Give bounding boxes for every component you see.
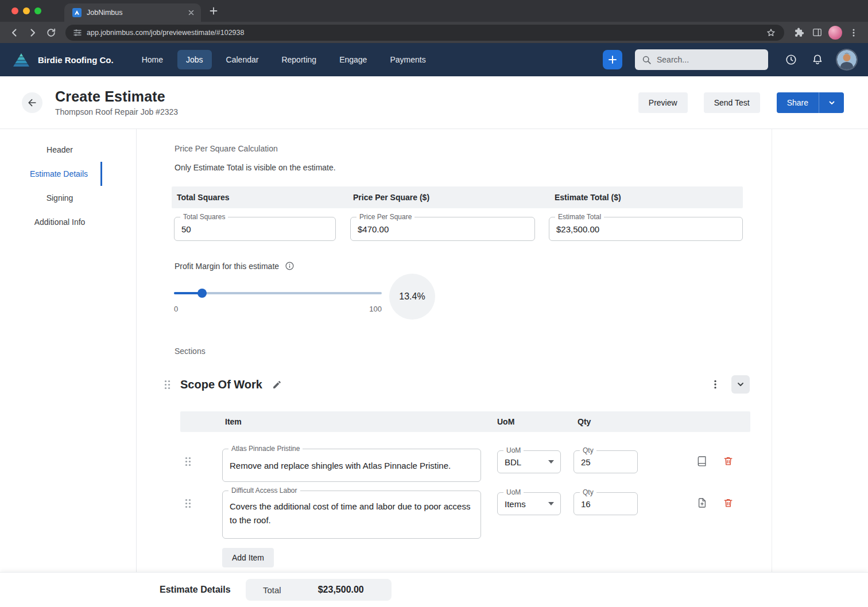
item-drag-handle-icon[interactable]	[185, 457, 191, 466]
items-col-item: Item	[225, 411, 242, 432]
edit-pencil-icon[interactable]	[272, 380, 282, 390]
item-description-text[interactable]: Covers the additional cost of time and l…	[223, 491, 480, 536]
app-header: Birdie Roofing Co. Home Jobs Calendar Re…	[0, 43, 868, 76]
address-bar[interactable]: app.jobnimbus.com/job/previewestimate/#1…	[65, 25, 784, 41]
share-button[interactable]: Share	[777, 92, 819, 113]
profit-margin-label: Profit Margin for this estimate	[175, 262, 279, 271]
item-description-field[interactable]: Atlas Pinnacle Pristine Remove and repla…	[222, 449, 481, 482]
note-add-icon[interactable]	[696, 497, 708, 509]
browser-tab[interactable]: JobNimbus	[64, 3, 201, 22]
slider-min-label: 0	[174, 305, 178, 313]
chevron-down-icon	[548, 502, 554, 505]
main-nav: Home Jobs Calendar Reporting Engage Paym…	[133, 50, 435, 69]
calc-col-price-per-square: Price Per Square ($)	[353, 186, 429, 208]
uom-select-value[interactable]: BDL	[505, 457, 521, 467]
section-title: Scope Of Work	[180, 378, 262, 391]
total-squares-field[interactable]: Total Squares 50	[174, 217, 336, 241]
uom-select[interactable]: UoM BDL	[497, 450, 561, 473]
tab-close-icon[interactable]	[187, 9, 195, 17]
send-test-button[interactable]: Send Test	[704, 92, 760, 113]
window-minimize-button[interactable]	[23, 7, 30, 14]
item-description-field[interactable]: Difficult Access Labor Covers the additi…	[222, 491, 481, 539]
info-icon[interactable]	[285, 261, 294, 271]
share-dropdown-button[interactable]	[819, 92, 844, 113]
tab-title: JobNimbus	[87, 9, 182, 17]
total-squares-label: Total Squares	[180, 213, 228, 221]
sidebar-item-signing[interactable]: Signing	[17, 186, 102, 210]
browser-profile-avatar[interactable]	[827, 24, 844, 41]
browser-chrome: JobNimbus app.jobnimbus.com/job/previewe…	[0, 0, 868, 43]
notifications-bell-icon[interactable]	[807, 49, 828, 70]
calc-col-total-squares: Total Squares	[177, 186, 230, 208]
footer-total-value: $23,500.00	[318, 585, 364, 595]
item-name-label: Difficult Access Labor	[228, 487, 300, 495]
page-back-button[interactable]	[22, 92, 42, 113]
calc-col-estimate-total: Estimate Total ($)	[555, 186, 621, 208]
calc-column-headers: Total Squares Price Per Square ($) Estim…	[172, 186, 743, 208]
company-name: Birdie Roofing Co.	[38, 55, 114, 65]
nav-item-reporting[interactable]: Reporting	[273, 50, 325, 69]
share-split-button: Share	[777, 92, 844, 113]
profit-slider-handle[interactable]	[197, 289, 207, 298]
qty-field[interactable]: Qty 25	[574, 450, 638, 473]
sidebar-item-header[interactable]: Header	[17, 138, 102, 162]
reload-button[interactable]	[42, 24, 60, 41]
window-controls	[0, 0, 49, 22]
bookmark-star-icon[interactable]	[766, 28, 776, 38]
uom-select[interactable]: UoM Items	[497, 492, 561, 515]
back-button[interactable]	[6, 24, 23, 41]
search-input[interactable]: Search...	[635, 49, 768, 70]
footer-total-pill: Total $23,500.00	[246, 579, 392, 601]
user-avatar[interactable]	[837, 50, 857, 69]
profit-margin-slider[interactable]	[174, 289, 382, 298]
company-logo-icon[interactable]	[13, 53, 30, 67]
new-tab-button[interactable]	[201, 0, 226, 22]
calc-note: Only Estimate Total is visible on the es…	[175, 163, 336, 172]
estimate-total-value[interactable]: $23,500.00	[549, 217, 742, 240]
price-per-square-value[interactable]: $470.00	[351, 217, 534, 240]
section-drag-handle-icon[interactable]	[164, 380, 170, 390]
nav-item-calendar[interactable]: Calendar	[218, 50, 268, 69]
nav-item-jobs[interactable]: Jobs	[177, 50, 212, 69]
quick-add-button[interactable]	[603, 50, 622, 69]
estimate-total-field[interactable]: Estimate Total $23,500.00	[549, 217, 743, 241]
items-col-qty: Qty	[578, 411, 591, 432]
item-drag-handle-icon[interactable]	[185, 499, 191, 508]
qty-field[interactable]: Qty 16	[574, 492, 638, 515]
sidebar-item-additional-info[interactable]: Additional Info	[17, 210, 102, 234]
items-column-headers: Item UoM Qty	[180, 411, 750, 432]
add-item-button[interactable]: Add Item	[222, 548, 274, 567]
footer-title: Estimate Details	[160, 585, 231, 595]
window-zoom-button[interactable]	[34, 7, 41, 14]
calc-heading: Price Per Square Calculation	[175, 144, 278, 153]
item-name-label: Atlas Pinnacle Pristine	[228, 445, 303, 453]
total-squares-value[interactable]: 50	[175, 217, 335, 240]
slider-max-label: 100	[369, 305, 382, 313]
delete-trash-icon[interactable]	[723, 497, 734, 509]
url-text: app.jobnimbus.com/job/previewestimate/#1…	[87, 29, 761, 37]
sidebar-item-estimate-details[interactable]: Estimate Details	[17, 162, 102, 186]
nav-item-engage[interactable]: Engage	[331, 50, 375, 69]
profit-margin-value-bubble: 13.4%	[389, 274, 435, 320]
nav-item-home[interactable]: Home	[133, 50, 172, 69]
window-close-button[interactable]	[11, 7, 18, 14]
nav-item-payments[interactable]: Payments	[381, 50, 434, 69]
price-per-square-field[interactable]: Price Per Square $470.00	[350, 217, 535, 241]
preview-button[interactable]: Preview	[638, 92, 688, 113]
forward-button[interactable]	[24, 24, 41, 41]
book-icon[interactable]	[696, 455, 708, 467]
search-placeholder: Search...	[657, 55, 689, 64]
history-clock-icon[interactable]	[781, 49, 801, 70]
uom-select-label: UoM	[503, 488, 524, 496]
section-collapse-button[interactable]	[731, 375, 750, 394]
extensions-icon[interactable]	[790, 24, 807, 41]
item-description-text[interactable]: Remove and replace shingles with Atlas P…	[223, 449, 480, 481]
uom-select-value[interactable]: Items	[505, 499, 526, 509]
estimate-total-label: Estimate Total	[555, 213, 604, 221]
section-menu-icon[interactable]	[707, 375, 723, 394]
browser-menu-icon[interactable]	[845, 24, 862, 41]
content-area: Header Estimate Details Signing Addition…	[0, 129, 868, 572]
site-info-icon[interactable]	[73, 29, 82, 37]
delete-trash-icon[interactable]	[723, 455, 734, 467]
side-panel-icon[interactable]	[808, 24, 826, 41]
